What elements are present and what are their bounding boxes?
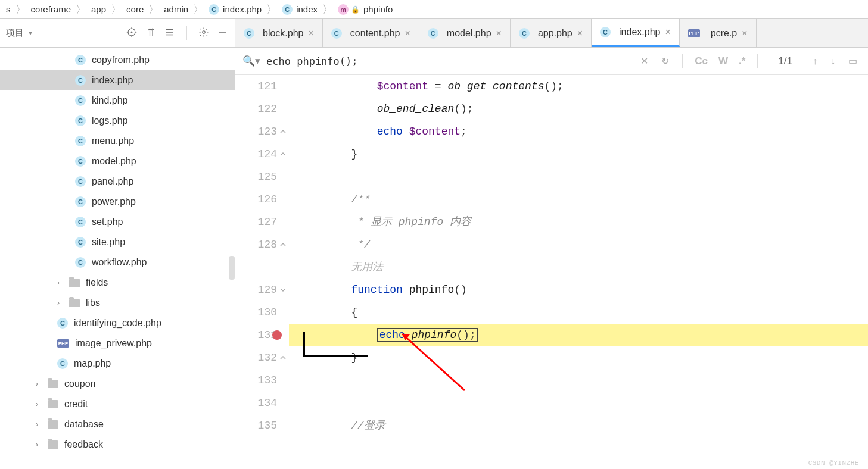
editor-tab[interactable]: Capp.php× [511, 19, 592, 47]
tree-folder[interactable]: ›database [0, 414, 235, 434]
breadcrumb-item[interactable]: s [2, 4, 14, 14]
next-match-icon[interactable]: ↓ [827, 56, 839, 67]
code-line[interactable]: ob_end_clean(); [289, 98, 868, 120]
close-search-icon[interactable]: ✕ [637, 55, 652, 67]
tree-folder[interactable]: ›libs [0, 293, 235, 313]
tree-file[interactable]: PHPimage_privew.php [0, 333, 235, 354]
svg-point-6 [203, 30, 206, 33]
code-line[interactable]: { [289, 301, 868, 324]
close-tab-icon[interactable]: × [665, 27, 670, 37]
fold-icon[interactable] [279, 127, 287, 136]
editor-tab[interactable]: Ccontent.php× [323, 19, 419, 47]
chevron-right-icon: › [36, 440, 44, 449]
svg-point-1 [131, 31, 133, 33]
tree-folder[interactable]: ›fields [0, 273, 235, 293]
close-tab-icon[interactable]: × [496, 28, 502, 39]
hide-icon[interactable] [217, 26, 229, 38]
code-line[interactable]: } [289, 143, 868, 165]
breadcrumb-item[interactable]: m🔒phpinfo [334, 4, 396, 15]
words-toggle[interactable]: W [716, 55, 730, 67]
editor-tab[interactable]: Cmodel.php× [419, 19, 511, 47]
class-file-icon: C [75, 75, 86, 86]
chevron-right-icon: › [36, 400, 44, 408]
folder-icon [69, 279, 80, 287]
folder-icon [48, 380, 58, 388]
tree-file[interactable]: Cpower.php [0, 192, 235, 212]
code-line[interactable] [289, 392, 868, 414]
code-line[interactable] [289, 165, 868, 188]
class-file-icon: C [57, 318, 68, 329]
fold-icon[interactable] [279, 240, 287, 249]
file-tree[interactable]: Ccopyfrom.phpCindex.phpCkind.phpClogs.ph… [0, 48, 235, 469]
prev-match-icon[interactable]: ↑ [809, 56, 821, 67]
tree-file[interactable]: Cset.php [0, 212, 235, 232]
tree-file[interactable]: Cmap.php [0, 354, 235, 374]
close-tab-icon[interactable]: × [405, 28, 410, 39]
search-query[interactable]: echo phpinfo(); [266, 55, 358, 67]
breadcrumb-item[interactable]: coreframe [27, 4, 75, 14]
select-all-icon[interactable]: ▭ [845, 55, 861, 67]
code-line[interactable]: } [289, 346, 868, 369]
close-tab-icon[interactable]: × [577, 28, 583, 39]
editor-tab[interactable]: Cindex.php× [592, 19, 680, 47]
chevron-right-icon: › [36, 380, 44, 388]
sidebar-toolbar: 项目▼ [0, 19, 235, 48]
expand-all-icon[interactable] [145, 26, 157, 38]
code-line[interactable]: //登录 [289, 414, 868, 437]
class-file-icon: C [75, 217, 86, 227]
class-file-icon: C [75, 156, 86, 167]
breadcrumb-item[interactable]: Cindex [278, 4, 321, 15]
match-case-toggle[interactable]: Cc [692, 55, 710, 67]
code-line[interactable]: * 显示 phpinfo 内容 [289, 211, 868, 233]
class-file-icon: C [75, 257, 86, 268]
code-editor[interactable]: 1211221231241251261271281291301311321331… [235, 75, 868, 469]
tree-file[interactable]: Ckind.php [0, 90, 235, 111]
tree-file[interactable]: Cpanel.php [0, 171, 235, 192]
code-line[interactable]: echo $content; [289, 120, 868, 143]
tree-file[interactable]: Clogs.php [0, 111, 235, 131]
class-file-icon: C [75, 115, 86, 126]
collapse-all-icon[interactable] [164, 26, 176, 38]
code-line[interactable]: 无用法 [289, 256, 868, 279]
code-line[interactable]: function phpinfo() [289, 279, 868, 301]
target-icon[interactable] [126, 26, 138, 38]
fold-icon[interactable] [279, 354, 287, 362]
project-dropdown[interactable]: 项目▼ [6, 27, 33, 39]
tree-file[interactable]: Cmenu.php [0, 131, 235, 151]
code-line[interactable] [289, 369, 868, 392]
tree-file[interactable]: Cidentifying_code.php [0, 313, 235, 333]
regex-toggle[interactable]: .* [736, 55, 748, 67]
class-file-icon: C [75, 95, 86, 106]
lock-icon: 🔒 [351, 5, 360, 14]
breadcrumb-item[interactable]: core [123, 4, 147, 14]
redo-search-icon[interactable]: ↻ [658, 55, 673, 67]
class-file-icon: C [75, 55, 86, 65]
tree-folder[interactable]: ›credit [0, 394, 235, 414]
folder-icon [69, 299, 80, 307]
close-tab-icon[interactable]: × [309, 28, 314, 39]
code-line[interactable]: */ [289, 233, 868, 256]
tree-file[interactable]: Cmodel.php [0, 151, 235, 171]
close-tab-icon[interactable]: × [742, 28, 747, 39]
tree-folder[interactable]: ›feedback [0, 434, 235, 455]
tree-folder[interactable]: ›coupon [0, 374, 235, 394]
fold-icon[interactable] [279, 286, 287, 294]
code-line[interactable]: echo phpinfo(); [289, 324, 868, 346]
tree-file[interactable]: Ccopyfrom.php [0, 50, 235, 70]
editor-tab[interactable]: Cblock.php× [235, 19, 323, 47]
scrollbar-thumb[interactable] [229, 256, 235, 280]
code-line[interactable]: /** [289, 188, 868, 211]
tree-file[interactable]: Cindex.php [0, 70, 235, 90]
tree-file[interactable]: Csite.php [0, 232, 235, 252]
folder-icon [48, 440, 58, 449]
breakpoint-icon[interactable] [272, 330, 282, 340]
gear-icon[interactable] [198, 26, 210, 38]
code-line[interactable]: $content = ob_get_contents(); [289, 75, 868, 98]
editor-tab[interactable]: PHPpcre.p× [680, 19, 757, 47]
breadcrumb-item[interactable]: Cindex.php [205, 4, 265, 15]
chevron-right-icon: › [36, 420, 44, 429]
fold-icon[interactable] [279, 150, 287, 158]
tree-file[interactable]: Cworkflow.php [0, 252, 235, 273]
breadcrumb-item[interactable]: admin [160, 4, 192, 14]
breadcrumb-item[interactable]: app [88, 4, 110, 14]
